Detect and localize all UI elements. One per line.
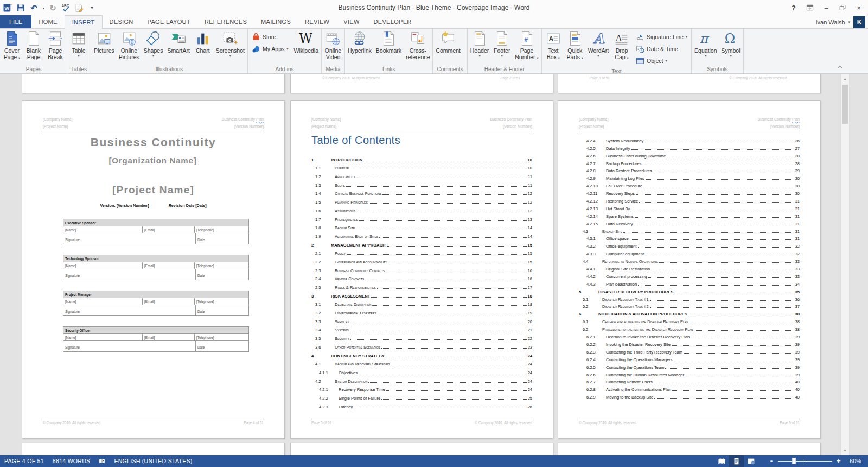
page-8-partial[interactable] [290, 443, 553, 455]
chart-button[interactable]: Chart [192, 29, 214, 65]
table-cell[interactable]: [Email] [143, 226, 195, 233]
cross-reference-button[interactable]: Cross-reference [404, 29, 432, 65]
quick-parts-button[interactable]: QuickParts ▾ [564, 29, 586, 65]
comment-button[interactable]: Comment [433, 29, 463, 65]
toc-entry[interactable]: 6.2Procedure for activating the Disaster… [579, 324, 800, 332]
toc-entry[interactable]: 5.2Disaster Recovery Task #237 [579, 302, 800, 310]
hyperlink-button[interactable]: Hyperlink [346, 29, 374, 65]
toc-entry[interactable]: 3.3Services20 [311, 315, 532, 324]
table-title-cell[interactable]: Technology Sponsor [63, 255, 248, 262]
toc-entry[interactable]: 1.3Scope11 [311, 179, 532, 188]
tab-mailings[interactable]: MAILINGS [254, 15, 298, 29]
page-3-partial[interactable]: Page 3 of 51 © Company 2016. All rights … [558, 74, 821, 93]
my-apps-button[interactable]: My Apps▾ [250, 44, 290, 54]
ribbon-display-options-button[interactable] [802, 0, 818, 15]
bookmark-button[interactable]: Bookmark [374, 29, 404, 65]
wordart-button[interactable]: AWordArt▾ [586, 29, 611, 65]
save-icon[interactable] [16, 3, 25, 12]
toc-entry[interactable]: 3.5Security22 [311, 332, 532, 341]
toc-entry[interactable]: 2.5Roles & Responsibilities17 [311, 281, 532, 290]
page-4-cover[interactable]: [Company Name] [Project Name] Business C… [22, 100, 285, 439]
zoom-slider[interactable] [778, 455, 832, 467]
toc-entry[interactable]: 3.4Systems21 [311, 324, 532, 333]
shapes-button[interactable]: Shapes▾ [142, 29, 165, 65]
object-button[interactable]: Object▾ [634, 56, 669, 66]
zoom-out-button[interactable]: - [766, 455, 777, 467]
toc-entry[interactable]: 4.3Backup Site31 [579, 226, 800, 234]
toc-entry[interactable]: 1INTRODUCTION10 [311, 154, 532, 162]
page-indicator[interactable]: PAGE 4 OF 51 [0, 455, 48, 467]
toc-entry[interactable]: 2MANAGEMENT APPROACH15 [311, 239, 532, 248]
toc-entry[interactable]: 4.1Backup and Recovery Strategies24 [311, 358, 532, 367]
table-cell[interactable]: [Name] [63, 226, 143, 233]
tab-design[interactable]: DESIGN [103, 15, 141, 29]
toc-entry[interactable]: 3RISK ASSESSMENT18 [311, 290, 532, 299]
user-account[interactable]: Ivan Walsh ▾ K [815, 15, 868, 29]
signature-line-button[interactable]: Signature Line▾ [634, 32, 689, 42]
table-title-cell[interactable]: Executive Sponsor [63, 219, 248, 226]
scrollbar-thumb[interactable] [842, 85, 848, 124]
print-layout-button[interactable] [729, 455, 744, 467]
tab-review[interactable]: REVIEW [298, 15, 336, 29]
date-cell[interactable]: Date [196, 269, 248, 280]
toc-entry[interactable]: 4.2.15Data Recovery31 [579, 219, 800, 226]
toc-entry[interactable]: 4.3.2Office equipment32 [579, 241, 800, 249]
signature-cell[interactable]: Signature [63, 305, 196, 315]
table-title-cell[interactable]: Project Manager [63, 291, 248, 298]
proofing-errors-icon[interactable] [94, 455, 110, 467]
toc-entry[interactable]: 2.1Policy15 [311, 248, 532, 256]
toc-entry[interactable]: 1.8Backup Site14 [311, 222, 532, 231]
toc-entry[interactable]: 2.2Governance and Accountability15 [311, 256, 532, 264]
toc-entry[interactable]: 4.3.3Computer equipment32 [579, 249, 800, 256]
toc-entry[interactable]: 3.1Deliberate Disruption18 [311, 299, 532, 307]
toc-entry[interactable]: 2.4Vendor Contacts16 [311, 273, 532, 282]
toc-entry[interactable]: 4.2.3Latency26 [311, 401, 532, 409]
table-button[interactable]: Table▾ [68, 29, 90, 65]
toc-entry[interactable]: 4.1.1Objectives24 [311, 367, 532, 375]
online-video-button[interactable]: OnlineVideo [322, 29, 344, 65]
toc-entry[interactable]: 1.4Critical Business Functions12 [311, 188, 532, 197]
table-cell[interactable]: [Name] [63, 334, 143, 340]
page-2-partial[interactable]: © Company 2016. All rights reserved. Pag… [290, 74, 553, 93]
word-count[interactable]: 8814 WORDS [48, 455, 95, 467]
text-box-button[interactable]: ATextBox ▾ [542, 29, 564, 65]
pictures-button[interactable]: Pictures [92, 29, 117, 65]
toc-entry[interactable]: 5.1Disaster Recovery Task #136 [579, 294, 800, 302]
toc-entry[interactable]: 4.2.4System Redundancy26 [579, 136, 800, 143]
toc-entry[interactable]: 5DISASTER RECOVERY PROCEDURES35 [579, 287, 800, 294]
toc-entry[interactable]: 4.4.3Plan deactivation34 [579, 279, 800, 287]
toc-entry[interactable]: 1.1Purpose10 [311, 162, 532, 171]
toc-entry[interactable]: 6.2.5Contacting the Operations Team39 [579, 362, 800, 370]
scroll-up-button[interactable]: ▲ [841, 74, 849, 83]
drop-cap-button[interactable]: ADropCap ▾ [611, 29, 633, 65]
toc-entry[interactable]: 4.2.11Recovery Steps30 [579, 188, 800, 196]
user-dropdown-icon[interactable]: ▾ [848, 20, 850, 24]
screenshot-button[interactable]: Screenshot▾ [214, 29, 247, 65]
zoom-in-button[interactable]: + [833, 455, 844, 467]
language-indicator[interactable]: ENGLISH (UNITED STATES) [110, 455, 196, 467]
vertical-scrollbar[interactable]: ▲ ▼ [840, 74, 850, 455]
repeat-icon[interactable]: ↻ [48, 3, 58, 12]
header-button[interactable]: Header▾ [468, 29, 491, 65]
symbol-button[interactable]: ΩSymbol▾ [719, 29, 743, 65]
toc-entry[interactable]: 4.2.6Business Costs during Downtime28 [579, 151, 800, 159]
avatar[interactable]: K [853, 16, 865, 28]
user-name[interactable]: Ivan Walsh [815, 19, 845, 26]
undo-icon[interactable]: ↶ [29, 3, 39, 12]
restore-button[interactable] [834, 0, 851, 15]
toc-entry[interactable]: 1.2Applicability11 [311, 171, 532, 179]
toc-entry[interactable]: 4.2.1Recovery Response Time24 [311, 384, 532, 393]
signature-cell[interactable]: Signature [63, 269, 196, 280]
table-cell[interactable]: [Telephone] [195, 298, 248, 305]
page-number-button[interactable]: #PageNumber ▾ [513, 29, 541, 65]
equation-button[interactable]: πEquation▾ [692, 29, 719, 65]
signature-cell[interactable]: Signature [63, 341, 196, 351]
toc-entry[interactable]: 4.2.14Spare Systems31 [579, 211, 800, 219]
toc-entry[interactable]: 4.2.12Restoring Service31 [579, 196, 800, 204]
zoom-slider-thumb[interactable] [792, 458, 796, 464]
toc-entry[interactable]: 6.2.2Invoking the Disaster Recovery Site… [579, 339, 800, 347]
table-cell[interactable]: [Telephone] [195, 226, 248, 233]
toc-entry[interactable]: 4.2.10Fail Over Procedure30 [579, 181, 800, 188]
customize-quick-access-icon[interactable]: ▾ [87, 3, 97, 12]
page-6-toc[interactable]: [Company Name] [Project Name] Business C… [558, 100, 821, 439]
